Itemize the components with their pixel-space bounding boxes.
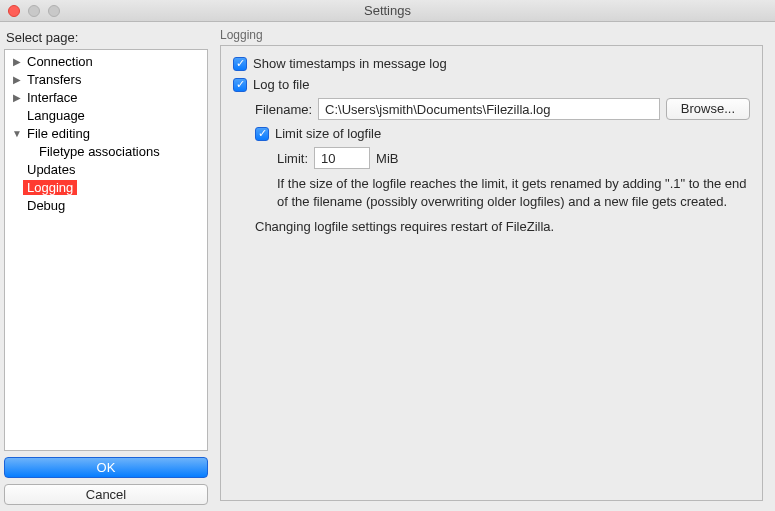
tree-item-filetype-associations[interactable]: Filetype associations <box>5 142 207 160</box>
maximize-icon <box>48 5 60 17</box>
tree-item-label: Filetype associations <box>35 144 164 159</box>
limit-size-label: Limit size of logfile <box>275 126 381 141</box>
tree-item-debug[interactable]: Debug <box>5 196 207 214</box>
tree-item-file-editing[interactable]: ▼File editing <box>5 124 207 142</box>
section-title: Logging <box>220 28 763 45</box>
tree-item-logging[interactable]: Logging <box>5 178 207 196</box>
tree-item-connection[interactable]: ▶Connection <box>5 52 207 70</box>
limit-size-checkbox[interactable]: ✓ <box>255 127 269 141</box>
log-to-file-checkbox[interactable]: ✓ <box>233 78 247 92</box>
limit-unit: MiB <box>376 151 398 166</box>
close-icon[interactable] <box>8 5 20 17</box>
minimize-icon <box>28 5 40 17</box>
show-timestamps-checkbox[interactable]: ✓ <box>233 57 247 71</box>
titlebar: Settings <box>0 0 775 22</box>
tree-item-label: File editing <box>23 126 94 141</box>
filename-label: Filename: <box>255 102 312 117</box>
window-title: Settings <box>0 3 775 18</box>
tree-item-interface[interactable]: ▶Interface <box>5 88 207 106</box>
cancel-button[interactable]: Cancel <box>4 484 208 505</box>
tree-item-language[interactable]: Language <box>5 106 207 124</box>
sidebar: Select page: ▶Connection▶Transfers▶Inter… <box>0 22 212 511</box>
filename-input[interactable] <box>318 98 660 120</box>
tree-item-label: Transfers <box>23 72 85 87</box>
sidebar-label: Select page: <box>4 26 208 49</box>
chevron-right-icon[interactable]: ▶ <box>11 74 23 85</box>
tree-item-transfers[interactable]: ▶Transfers <box>5 70 207 88</box>
tree-item-updates[interactable]: Updates <box>5 160 207 178</box>
tree-item-label: Interface <box>23 90 82 105</box>
ok-button[interactable]: OK <box>4 457 208 478</box>
limit-note: If the size of the logfile reaches the l… <box>277 175 750 210</box>
traffic-lights <box>0 5 60 17</box>
browse-button[interactable]: Browse... <box>666 98 750 120</box>
limit-input[interactable] <box>314 147 370 169</box>
tree-item-label: Connection <box>23 54 97 69</box>
tree-item-label: Logging <box>23 180 77 195</box>
tree-item-label: Language <box>23 108 89 123</box>
tree-item-label: Updates <box>23 162 79 177</box>
chevron-right-icon[interactable]: ▶ <box>11 92 23 103</box>
show-timestamps-label: Show timestamps in message log <box>253 56 447 71</box>
tree-item-label: Debug <box>23 198 69 213</box>
page-tree[interactable]: ▶Connection▶Transfers▶InterfaceLanguage▼… <box>4 49 208 451</box>
log-to-file-label: Log to file <box>253 77 309 92</box>
chevron-right-icon[interactable]: ▶ <box>11 56 23 67</box>
restart-note: Changing logfile settings requires resta… <box>255 218 750 236</box>
limit-label: Limit: <box>277 151 308 166</box>
main-panel: Logging ✓ Show timestamps in message log… <box>212 22 775 511</box>
settings-panel: ✓ Show timestamps in message log ✓ Log t… <box>220 45 763 501</box>
chevron-down-icon[interactable]: ▼ <box>11 128 23 139</box>
